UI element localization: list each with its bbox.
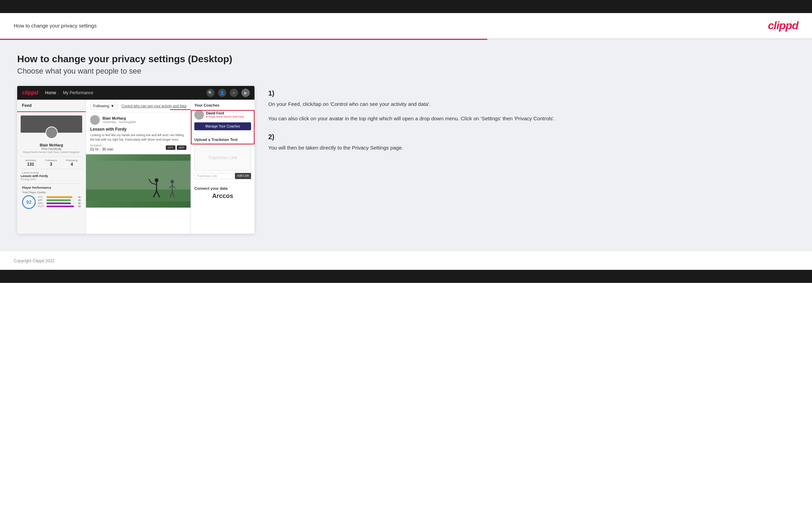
stat-following: Following 4 bbox=[66, 159, 78, 167]
bar-app: APP 85 bbox=[38, 199, 81, 201]
stat-following-label: Following bbox=[66, 159, 78, 162]
stat-activities: Activities 131 bbox=[25, 159, 36, 167]
top-bar bbox=[0, 0, 812, 13]
svg-point-8 bbox=[171, 180, 174, 184]
stat-followers-label: Followers bbox=[45, 159, 57, 162]
svg-point-2 bbox=[155, 178, 159, 183]
post-author-avatar bbox=[90, 115, 100, 125]
demo-layout: clippd Home My Performance 🔍 👤 + ▶ Feed bbox=[17, 86, 795, 234]
instruction-2-number: 2) bbox=[268, 133, 795, 141]
score-circle: 92 bbox=[22, 195, 36, 209]
instruction-1-text: On your Feed, click/tap on 'Control who … bbox=[268, 100, 795, 108]
app-nav-performance: My Performance bbox=[63, 90, 93, 95]
latest-activity-label: Latest Activity bbox=[21, 171, 82, 174]
instruction-2-text: You will then be taken directly to the P… bbox=[268, 144, 795, 152]
footer: Copyright Clippd 2022 bbox=[0, 251, 812, 270]
app-nav-icons: 🔍 👤 + ▶ bbox=[206, 89, 250, 97]
app-screenshot: clippd Home My Performance 🔍 👤 + ▶ Feed bbox=[17, 86, 255, 234]
tag-app: APP bbox=[177, 145, 186, 150]
add-link-button[interactable]: Add Link bbox=[235, 173, 251, 179]
coaches-section: Your Coaches David Ford ● Royal North De… bbox=[191, 100, 255, 134]
bar-ott: OTT 90 bbox=[38, 196, 81, 198]
following-button[interactable]: Following ▼ bbox=[90, 102, 117, 109]
copyright-text: Copyright Clippd 2022 bbox=[14, 258, 55, 263]
coach-name: David Ford bbox=[206, 111, 244, 115]
svg-rect-1 bbox=[86, 189, 191, 201]
app-right-panel: Your Coaches David Ford ● Royal North De… bbox=[191, 100, 255, 234]
user-icon[interactable]: 👤 bbox=[218, 89, 226, 97]
app-post: Blair McHarg Yesterday · Sunningdale Les… bbox=[86, 112, 191, 154]
stat-activities-value: 131 bbox=[25, 162, 36, 167]
bottom-bar bbox=[0, 270, 812, 283]
post-title: Lesson with Fordy bbox=[90, 127, 186, 132]
trackman-placeholder: Trackman Link bbox=[194, 144, 251, 171]
coach-row: David Ford ● Royal North Devon Golf Club bbox=[194, 110, 251, 120]
post-tags: OTT APP bbox=[166, 145, 186, 150]
instruction-2: 2) You will then be taken directly to th… bbox=[268, 133, 795, 152]
post-author-name: Blair McHarg bbox=[102, 116, 136, 120]
app-sidebar: Feed Blair McHarg Plus Handicap Royal No… bbox=[17, 100, 86, 234]
plus-icon[interactable]: + bbox=[230, 89, 238, 97]
app-feed: Following ▼ Control who can see your act… bbox=[86, 100, 191, 234]
app-feed-header: Following ▼ Control who can see your act… bbox=[86, 100, 191, 112]
trackman-input-row: Trackman Link Add Link bbox=[194, 173, 251, 179]
profile-stats: Activities 131 Followers 3 Following 4 bbox=[21, 156, 82, 169]
post-header: Blair McHarg Yesterday · Sunningdale bbox=[90, 115, 186, 125]
coach-club: ● Royal North Devon Golf Club bbox=[206, 115, 244, 118]
search-icon[interactable]: 🔍 bbox=[206, 89, 215, 97]
duration-row: Duration 01 hr : 30 min OTT APP bbox=[90, 144, 186, 151]
page-heading: How to change your privacy settings (Des… bbox=[17, 54, 795, 65]
control-privacy-link[interactable]: Control who can see your activity and da… bbox=[122, 104, 186, 108]
header-title: How to change your privacy settings bbox=[14, 23, 97, 29]
quality-label: Total Player Quality bbox=[22, 191, 81, 194]
app-profile-header bbox=[21, 115, 82, 133]
header: How to change your privacy settings clip… bbox=[0, 13, 812, 39]
trackman-section: Upload a Trackman Test Trackman Link Tra… bbox=[191, 134, 255, 183]
golf-image bbox=[86, 154, 191, 208]
avatar-icon[interactable]: ▶ bbox=[241, 89, 250, 97]
manage-coaches-button[interactable]: Manage Your Coaches bbox=[194, 122, 251, 130]
profile-club: Royal North Devon Golf Club, United King… bbox=[21, 151, 82, 154]
performance-section: Player Performance Total Player Quality … bbox=[21, 184, 82, 209]
stat-followers: Followers 3 bbox=[45, 159, 57, 167]
stat-activities-label: Activities bbox=[25, 159, 36, 162]
duration-label: Duration bbox=[90, 144, 113, 147]
app-feed-tab: Feed bbox=[17, 100, 86, 112]
coach-avatar bbox=[194, 110, 204, 120]
instruction-1-text2: You can also click on your avatar in the… bbox=[268, 114, 795, 123]
instructions: 1) On your Feed, click/tap on 'Control w… bbox=[268, 86, 795, 162]
trackman-input[interactable]: Trackman Link bbox=[194, 173, 234, 179]
bar-arg: ARG 86 bbox=[38, 202, 81, 205]
app-nav-home: Home bbox=[45, 90, 56, 95]
golf-image-svg bbox=[86, 154, 191, 208]
quality-row: 92 OTT 90 APP bbox=[22, 195, 81, 209]
arccos-logo: Arccos bbox=[194, 192, 251, 200]
trackman-title: Upload a Trackman Test bbox=[194, 137, 251, 142]
instruction-1-number: 1) bbox=[268, 89, 795, 97]
connect-section: Connect your data Arccos bbox=[191, 183, 255, 203]
performance-bars: OTT 90 APP 85 bbox=[38, 196, 81, 208]
app-navbar: clippd Home My Performance 🔍 👤 + ▶ bbox=[17, 86, 255, 100]
bar-putt: PUTT 96 bbox=[38, 205, 81, 208]
latest-activity-name: Lesson with Fordy bbox=[21, 174, 82, 178]
stat-following-value: 4 bbox=[66, 162, 78, 167]
performance-title: Player Performance bbox=[22, 184, 81, 189]
duration-value: 01 hr : 30 min bbox=[90, 147, 113, 151]
profile-name: Blair McHarg bbox=[21, 143, 82, 147]
profile-handicap: Plus Handicap bbox=[21, 147, 82, 151]
instruction-1: 1) On your Feed, click/tap on 'Control w… bbox=[268, 89, 795, 123]
clippd-logo: clippd bbox=[768, 19, 798, 32]
coaches-title: Your Coaches bbox=[194, 103, 251, 107]
main-content: How to change your privacy settings (Des… bbox=[0, 40, 812, 251]
app-content: Feed Blair McHarg Plus Handicap Royal No… bbox=[17, 100, 255, 234]
connect-title: Connect your data bbox=[194, 186, 251, 190]
app-profile-card: Blair McHarg Plus Handicap Royal North D… bbox=[17, 112, 86, 212]
profile-avatar bbox=[45, 126, 58, 139]
app-logo: clippd bbox=[22, 90, 38, 96]
page-subheading: Choose what you want people to see bbox=[17, 67, 795, 76]
tag-ott: OTT bbox=[166, 145, 175, 150]
latest-activity-date: 03 Aug 2022 bbox=[21, 178, 82, 181]
stat-followers-value: 3 bbox=[45, 162, 57, 167]
post-date: Yesterday · Sunningdale bbox=[102, 120, 136, 124]
post-description: Looking to feel like my hands are exitin… bbox=[90, 133, 186, 142]
